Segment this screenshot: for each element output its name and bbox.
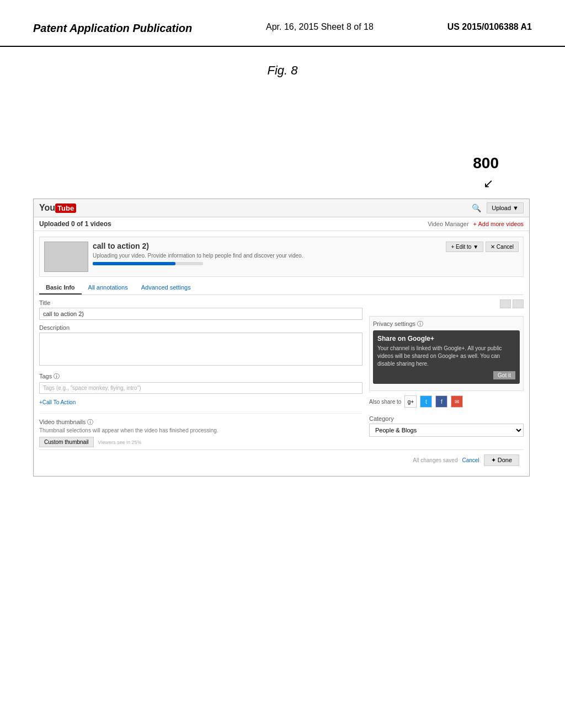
page-header: Patent Application Publication Apr. 16, … (0, 0, 565, 47)
description-input[interactable] (39, 333, 363, 366)
tab-basic-info[interactable]: Basic Info (39, 281, 82, 295)
yt-content: call to action 2) Uploading your video. … (34, 231, 529, 476)
bottom-actions: All changes saved Cancel ✦ Done (39, 449, 524, 470)
reference-arrow: ↙ (483, 176, 493, 191)
custom-thumbnail-btn[interactable]: Custom thumbnail (39, 437, 94, 447)
tab-advanced-settings[interactable]: Advanced settings (135, 281, 198, 295)
gplus-popup-title: Share on Google+ (377, 335, 515, 342)
video-manager-link[interactable]: Video Manager (428, 221, 468, 227)
yt-logo: You Tube (39, 203, 76, 213)
category-select[interactable]: People & Blogs (369, 424, 524, 437)
edit-btn[interactable]: + Edit to ▼ (446, 242, 483, 252)
title-input[interactable] (39, 308, 363, 320)
also-share-label: Also share to (369, 399, 401, 405)
thumbnail-title-text: Video thumbnails ⓘ (39, 418, 93, 426)
category-label: Category (369, 415, 524, 422)
cancel-upload-btn[interactable]: ✕ Cancel (486, 242, 519, 252)
thumbnail-subtitle: Thumbnail selections will appear when th… (39, 427, 363, 433)
gplus-popup-text: Your channel is linked with Google+. All… (377, 345, 515, 368)
also-share-row: Also share to g+ t f ✉ (369, 395, 524, 408)
upload-row: call to action 2) Uploading your video. … (39, 237, 524, 277)
progress-bar-container (93, 262, 203, 265)
cancel-link[interactable]: Cancel (462, 457, 479, 463)
grid-icon-1 (500, 299, 511, 308)
tags-label: Tags ⓘ (39, 372, 363, 381)
share-icon-gplus[interactable]: g+ (404, 395, 417, 408)
thumb-info: Viewers see in 25% (98, 440, 142, 445)
thumbnail-options: Custom thumbnail Viewers see in 25% (39, 437, 363, 447)
tab-annotations[interactable]: All annotations (82, 281, 135, 295)
share-icon-facebook[interactable]: f (435, 395, 447, 408)
yt-search-area: 🔍 (472, 204, 481, 212)
yt-subheader: Uploaded 0 of 1 videos Video Manager + A… (34, 217, 529, 231)
screenshot-container: You Tube 🔍 Upload ▼ Uploaded 0 of 1 vide… (33, 199, 530, 477)
thumbnail-section: Video thumbnails ⓘ Thumbnail selections … (39, 413, 363, 447)
description-field-group: Description (39, 324, 363, 368)
tags-field-group: Tags ⓘ Tags (e.g., "space monkey, flying… (39, 372, 363, 394)
upload-info: call to action 2) Uploading your video. … (93, 242, 441, 265)
two-col-layout: Title Description Tags ⓘ Tags (e.g., "sp… (39, 299, 524, 447)
gplus-popup: Share on Google+ Your channel is linked … (373, 330, 520, 384)
title-label: Title (39, 299, 363, 306)
yt-logo-you: You (39, 203, 55, 213)
upload-video-title: call to action 2) (93, 242, 441, 250)
icon-grid (369, 299, 524, 308)
privacy-label: Privacy settings ⓘ (373, 320, 520, 328)
all-changes-saved: All changes saved (413, 457, 457, 463)
upload-subtitle: Uploading your video. Provide informatio… (93, 253, 441, 259)
tags-input[interactable]: Tags (e.g., "space monkey, flying, intro… (39, 382, 363, 394)
gplus-ok-btn[interactable]: Got it (493, 371, 515, 379)
sheet-info: Apr. 16, 2015 Sheet 8 of 18 (266, 22, 374, 32)
share-icon-email[interactable]: ✉ (451, 395, 463, 408)
yt-header: You Tube 🔍 Upload ▼ (34, 199, 529, 217)
add-video-link[interactable]: + Add more videos (473, 221, 524, 227)
publication-title: Patent Application Publication (33, 22, 192, 35)
tabs-row: Basic Info All annotations Advanced sett… (39, 281, 524, 295)
figure-caption: Fig. 8 (0, 47, 565, 89)
upload-dropdown-icon: ▼ (513, 205, 519, 211)
add-to-action-btn[interactable]: +Call To Action (39, 398, 363, 406)
upload-button[interactable]: Upload ▼ (487, 202, 524, 213)
share-icon-twitter[interactable]: t (420, 395, 432, 408)
video-thumbnail (44, 242, 88, 272)
grid-icon-2 (513, 299, 524, 308)
privacy-section: Privacy settings ⓘ Share on Google+ Your… (369, 316, 524, 391)
thumbnail-title: Video thumbnails ⓘ (39, 418, 363, 426)
privacy-label-text: Privacy settings ⓘ (373, 320, 423, 328)
reference-number: 800 (473, 154, 499, 172)
search-icon: 🔍 (472, 204, 481, 212)
done-button[interactable]: ✦ Done (484, 454, 519, 466)
description-label: Description (39, 324, 363, 331)
subheader-right: Video Manager + Add more videos (428, 221, 524, 227)
progress-bar-fill (93, 262, 175, 265)
left-column: Title Description Tags ⓘ Tags (e.g., "sp… (39, 299, 363, 447)
patent-number: US 2015/0106388 A1 (447, 22, 532, 32)
upload-button-label: Upload (492, 205, 511, 211)
uploaded-count: Uploaded 0 of 1 videos (39, 220, 111, 228)
upload-right-buttons: + Edit to ▼ ✕ Cancel (446, 242, 519, 252)
figure-caption-text: Fig. 8 (267, 63, 297, 77)
yt-logo-tube: Tube (55, 204, 76, 213)
category-field-group: Category People & Blogs (369, 415, 524, 437)
right-column: Privacy settings ⓘ Share on Google+ Your… (369, 299, 524, 447)
title-field-group: Title (39, 299, 363, 320)
